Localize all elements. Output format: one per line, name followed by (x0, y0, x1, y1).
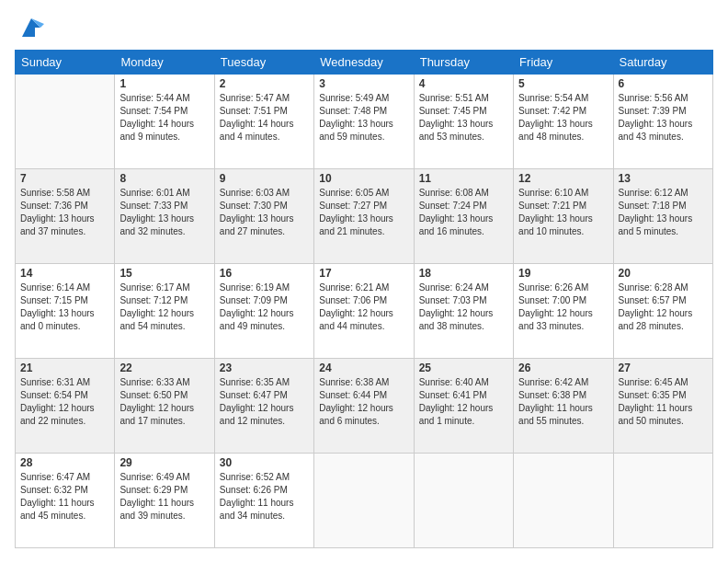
day-info: Sunrise: 6:03 AM Sunset: 7:30 PM Dayligh… (220, 187, 309, 238)
calendar-cell: 14Sunrise: 6:14 AM Sunset: 7:15 PM Dayli… (16, 264, 115, 359)
calendar-cell: 22Sunrise: 6:33 AM Sunset: 6:50 PM Dayli… (115, 359, 214, 454)
day-info: Sunrise: 6:19 AM Sunset: 7:09 PM Dayligh… (220, 282, 309, 333)
day-number: 8 (119, 172, 209, 185)
calendar-cell (414, 454, 513, 548)
calendar-cell: 15Sunrise: 6:17 AM Sunset: 7:12 PM Dayli… (115, 264, 214, 359)
weekday-header-saturday: Saturday (613, 51, 712, 75)
day-info: Sunrise: 6:08 AM Sunset: 7:24 PM Dayligh… (419, 187, 508, 238)
calendar-cell: 13Sunrise: 6:12 AM Sunset: 7:18 PM Dayli… (613, 169, 712, 264)
weekday-header-monday: Monday (115, 51, 214, 75)
calendar-cell: 5Sunrise: 5:54 AM Sunset: 7:42 PM Daylig… (514, 75, 613, 169)
logo-icon (18, 15, 44, 40)
calendar-cell: 28Sunrise: 6:47 AM Sunset: 6:32 PM Dayli… (16, 454, 115, 548)
day-number: 15 (119, 267, 209, 280)
day-number: 12 (518, 172, 608, 185)
weekday-header-sunday: Sunday (16, 51, 115, 75)
calendar-cell: 27Sunrise: 6:45 AM Sunset: 6:35 PM Dayli… (613, 359, 712, 454)
calendar-cell: 25Sunrise: 6:40 AM Sunset: 6:41 PM Dayli… (414, 359, 513, 454)
calendar-week-row: 28Sunrise: 6:47 AM Sunset: 6:32 PM Dayli… (16, 454, 713, 548)
day-number: 16 (220, 267, 309, 280)
calendar-cell: 10Sunrise: 6:05 AM Sunset: 7:27 PM Dayli… (314, 169, 414, 264)
calendar-cell: 9Sunrise: 6:03 AM Sunset: 7:30 PM Daylig… (214, 169, 313, 264)
day-number: 17 (319, 267, 408, 280)
logo (15, 15, 44, 40)
calendar-cell: 7Sunrise: 5:58 AM Sunset: 7:36 PM Daylig… (16, 169, 115, 264)
day-info: Sunrise: 5:44 AM Sunset: 7:54 PM Dayligh… (119, 92, 209, 144)
calendar-cell: 16Sunrise: 6:19 AM Sunset: 7:09 PM Dayli… (214, 264, 313, 359)
day-number: 21 (20, 362, 109, 374)
day-number: 6 (619, 77, 708, 90)
weekday-header-row: SundayMondayTuesdayWednesdayThursdayFrid… (16, 51, 713, 75)
day-number: 5 (518, 77, 608, 90)
calendar-cell: 19Sunrise: 6:26 AM Sunset: 7:00 PM Dayli… (514, 264, 613, 359)
weekday-header-wednesday: Wednesday (314, 51, 414, 75)
day-info: Sunrise: 6:01 AM Sunset: 7:33 PM Dayligh… (119, 187, 209, 238)
calendar-cell: 11Sunrise: 6:08 AM Sunset: 7:24 PM Dayli… (414, 169, 513, 264)
calendar-cell: 21Sunrise: 6:31 AM Sunset: 6:54 PM Dayli… (16, 359, 115, 454)
calendar-cell (16, 75, 115, 169)
calendar-cell: 8Sunrise: 6:01 AM Sunset: 7:33 PM Daylig… (115, 169, 214, 264)
calendar-cell: 23Sunrise: 6:35 AM Sunset: 6:47 PM Dayli… (214, 359, 313, 454)
day-info: Sunrise: 5:51 AM Sunset: 7:45 PM Dayligh… (419, 92, 508, 144)
day-info: Sunrise: 6:21 AM Sunset: 7:06 PM Dayligh… (319, 282, 408, 333)
day-info: Sunrise: 6:12 AM Sunset: 7:18 PM Dayligh… (619, 187, 708, 238)
day-info: Sunrise: 6:10 AM Sunset: 7:21 PM Dayligh… (518, 187, 608, 238)
day-number: 19 (518, 267, 608, 280)
calendar-cell: 4Sunrise: 5:51 AM Sunset: 7:45 PM Daylig… (414, 75, 513, 169)
day-info: Sunrise: 6:31 AM Sunset: 6:54 PM Dayligh… (20, 376, 109, 428)
day-number: 24 (319, 362, 408, 374)
day-info: Sunrise: 6:33 AM Sunset: 6:50 PM Dayligh… (119, 376, 209, 428)
calendar-cell: 20Sunrise: 6:28 AM Sunset: 6:57 PM Dayli… (613, 264, 712, 359)
day-info: Sunrise: 6:17 AM Sunset: 7:12 PM Dayligh… (119, 282, 209, 333)
day-number: 29 (119, 456, 209, 469)
day-info: Sunrise: 6:45 AM Sunset: 6:35 PM Dayligh… (619, 376, 708, 428)
calendar-cell: 1Sunrise: 5:44 AM Sunset: 7:54 PM Daylig… (115, 75, 214, 169)
day-info: Sunrise: 5:56 AM Sunset: 7:39 PM Dayligh… (619, 92, 708, 144)
day-number: 11 (419, 172, 508, 185)
day-number: 3 (319, 77, 408, 90)
calendar-cell: 12Sunrise: 6:10 AM Sunset: 7:21 PM Dayli… (514, 169, 613, 264)
day-number: 9 (220, 172, 309, 185)
calendar-week-row: 1Sunrise: 5:44 AM Sunset: 7:54 PM Daylig… (16, 75, 713, 169)
calendar-week-row: 7Sunrise: 5:58 AM Sunset: 7:36 PM Daylig… (16, 169, 713, 264)
day-number: 1 (119, 77, 209, 90)
day-number: 26 (518, 362, 608, 374)
day-number: 18 (419, 267, 508, 280)
day-info: Sunrise: 6:28 AM Sunset: 6:57 PM Dayligh… (619, 282, 708, 333)
day-number: 30 (220, 456, 309, 469)
day-info: Sunrise: 6:52 AM Sunset: 6:26 PM Dayligh… (220, 471, 309, 523)
day-info: Sunrise: 5:49 AM Sunset: 7:48 PM Dayligh… (319, 92, 408, 144)
calendar-cell: 2Sunrise: 5:47 AM Sunset: 7:51 PM Daylig… (214, 75, 313, 169)
header (15, 15, 713, 40)
day-number: 23 (220, 362, 309, 374)
calendar-cell: 30Sunrise: 6:52 AM Sunset: 6:26 PM Dayli… (214, 454, 313, 548)
calendar-cell: 6Sunrise: 5:56 AM Sunset: 7:39 PM Daylig… (613, 75, 712, 169)
day-number: 25 (419, 362, 508, 374)
day-info: Sunrise: 6:14 AM Sunset: 7:15 PM Dayligh… (20, 282, 109, 333)
day-number: 4 (419, 77, 508, 90)
day-info: Sunrise: 5:54 AM Sunset: 7:42 PM Dayligh… (518, 92, 608, 144)
calendar-week-row: 21Sunrise: 6:31 AM Sunset: 6:54 PM Dayli… (16, 359, 713, 454)
day-info: Sunrise: 5:58 AM Sunset: 7:36 PM Dayligh… (20, 187, 109, 238)
day-info: Sunrise: 6:24 AM Sunset: 7:03 PM Dayligh… (419, 282, 508, 333)
calendar-cell: 18Sunrise: 6:24 AM Sunset: 7:03 PM Dayli… (414, 264, 513, 359)
day-info: Sunrise: 5:47 AM Sunset: 7:51 PM Dayligh… (220, 92, 309, 144)
calendar-cell: 26Sunrise: 6:42 AM Sunset: 6:38 PM Dayli… (514, 359, 613, 454)
day-number: 22 (119, 362, 209, 374)
calendar-cell (514, 454, 613, 548)
day-number: 28 (20, 456, 109, 469)
day-info: Sunrise: 6:47 AM Sunset: 6:32 PM Dayligh… (20, 471, 109, 523)
calendar-week-row: 14Sunrise: 6:14 AM Sunset: 7:15 PM Dayli… (16, 264, 713, 359)
calendar-cell: 29Sunrise: 6:49 AM Sunset: 6:29 PM Dayli… (115, 454, 214, 548)
calendar-table: SundayMondayTuesdayWednesdayThursdayFrid… (15, 50, 713, 548)
day-info: Sunrise: 6:26 AM Sunset: 7:00 PM Dayligh… (518, 282, 608, 333)
day-info: Sunrise: 6:40 AM Sunset: 6:41 PM Dayligh… (419, 376, 508, 428)
weekday-header-tuesday: Tuesday (214, 51, 313, 75)
weekday-header-friday: Friday (514, 51, 613, 75)
day-info: Sunrise: 6:38 AM Sunset: 6:44 PM Dayligh… (319, 376, 408, 428)
day-info: Sunrise: 6:42 AM Sunset: 6:38 PM Dayligh… (518, 376, 608, 428)
day-number: 27 (619, 362, 708, 374)
calendar-cell: 17Sunrise: 6:21 AM Sunset: 7:06 PM Dayli… (314, 264, 414, 359)
day-info: Sunrise: 6:49 AM Sunset: 6:29 PM Dayligh… (119, 471, 209, 523)
day-number: 2 (220, 77, 309, 90)
